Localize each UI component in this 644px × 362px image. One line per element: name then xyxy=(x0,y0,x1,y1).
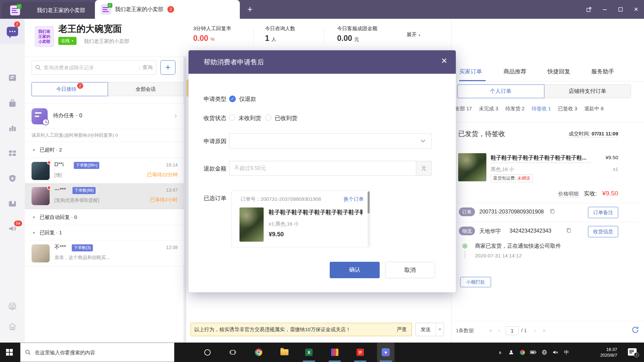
scrollbar-thumb[interactable] xyxy=(368,191,370,214)
sidebar-item-print[interactable] xyxy=(0,296,25,317)
chrome-icon[interactable] xyxy=(252,345,266,359)
windows-taskbar: X 拼 ♥ ∧ 中 16:37 xyxy=(0,343,644,362)
section-auto-replied[interactable]: ▼ 已被自动回复 · 0 xyxy=(25,209,184,225)
price-detail-link[interactable]: 价格明细 xyxy=(558,191,579,197)
start-button[interactable] xyxy=(6,349,13,356)
window-tab-2-active[interactable]: ✓ 我们老王家的小卖部 2 xyxy=(95,0,240,19)
notification-center-icon[interactable]: 2 xyxy=(628,348,637,356)
task-view-icon[interactable] xyxy=(226,345,240,359)
refresh-icon[interactable] xyxy=(631,325,640,334)
online-status-badge[interactable]: 在线▼ xyxy=(58,37,76,45)
merchant-app-icon[interactable]: ♥ xyxy=(379,345,393,359)
deal-time[interactable]: 成交时间: 07/31 11:09 xyxy=(569,131,618,137)
sidebar-item-security[interactable] xyxy=(0,168,25,189)
popout-icon[interactable] xyxy=(581,0,597,19)
tab-quick-reply[interactable]: 快捷回复 xyxy=(547,68,570,75)
file-explorer-icon[interactable] xyxy=(277,345,291,359)
maximize-button[interactable] xyxy=(612,0,628,19)
option-not-received[interactable]: 未收到货 xyxy=(238,114,261,122)
section-replied[interactable]: ▼ 已回复 · 1 xyxy=(25,225,184,241)
filter-incomplete[interactable]: 未完成 3 xyxy=(479,106,498,112)
prev-page-icon[interactable]: ‹ xyxy=(498,327,500,334)
sidebar-item-products[interactable] xyxy=(0,92,25,114)
filter-received[interactable]: 已签收 3 xyxy=(558,106,577,112)
sidebar-item-analytics[interactable] xyxy=(0,117,25,139)
option-refund-only[interactable]: 仅退款 xyxy=(239,95,256,103)
next-page-icon[interactable]: › xyxy=(534,327,536,334)
filter-to-receive-active[interactable]: 待签收 1 xyxy=(532,106,551,112)
close-icon[interactable]: × xyxy=(441,55,447,66)
search-input[interactable] xyxy=(44,65,136,70)
taskbar-search-input[interactable] xyxy=(35,350,169,355)
taskbar-search[interactable] xyxy=(20,343,174,362)
conversation-item[interactable]: D**i 下单数(99+) 16:14 [馋] 已等待22分钟 xyxy=(25,158,184,183)
copy-icon[interactable] xyxy=(566,228,572,233)
sidebar-item-bookmark[interactable] xyxy=(0,193,25,215)
send-button[interactable]: 发送 xyxy=(416,323,436,336)
order-count-badge: 下单数(66) xyxy=(72,187,96,194)
page-input[interactable]: 1 xyxy=(506,326,519,335)
reason-select[interactable] xyxy=(229,133,432,148)
sidebar-item-apps[interactable] xyxy=(0,142,25,164)
product-name[interactable]: 鞋子鞋子鞋子鞋子鞋子鞋子鞋子鞋子鞋... xyxy=(491,155,591,163)
tab-service-assistant[interactable]: 服务助手 xyxy=(591,68,614,75)
product-image[interactable] xyxy=(458,153,486,181)
selected-order-label: 已选订单 xyxy=(204,194,226,202)
stat-group-amount: 今日客服成团金额 0.00 元 xyxy=(337,25,377,43)
archive-app-icon[interactable] xyxy=(328,345,342,359)
pinduoduo-icon[interactable]: 拼 xyxy=(353,345,367,359)
search-action[interactable]: 查询 xyxy=(143,64,153,71)
filter-refunding[interactable]: 退款中 8 xyxy=(584,106,604,112)
cancel-button[interactable]: 取消 xyxy=(385,262,435,278)
close-button[interactable]: × xyxy=(628,0,644,19)
small-payout-button[interactable]: 小额打款 xyxy=(460,277,491,287)
expand-stats-button[interactable]: 展开 ▼ xyxy=(407,32,421,38)
add-conversation-button[interactable]: + xyxy=(160,60,175,75)
divider xyxy=(456,222,640,222)
minimize-button[interactable] xyxy=(597,0,612,19)
filter-to-ship[interactable]: 待发货 2 xyxy=(505,106,525,112)
filter-all[interactable]: 全部 17 xyxy=(455,106,472,112)
confirm-button[interactable]: 确认 xyxy=(330,262,380,278)
refund-amount-input[interactable] xyxy=(229,161,416,176)
subtab-personal-orders[interactable]: 个人订单 xyxy=(457,84,544,98)
window-controls: × xyxy=(581,0,644,19)
tab-unread-badge: 2 xyxy=(167,6,174,13)
radio-unchecked-icon[interactable] xyxy=(229,115,235,121)
window-tab-1[interactable]: ✓ 我们老王家的小卖部 xyxy=(2,2,98,19)
sidebar-item-orders[interactable] xyxy=(0,67,25,88)
radio-unchecked-icon[interactable] xyxy=(265,115,271,121)
change-order-link[interactable]: 换个订单 xyxy=(343,196,364,202)
conversation-search[interactable]: | 查询 xyxy=(32,60,156,75)
receiver-info-button[interactable]: 收货信息 xyxy=(588,226,618,237)
taskbar-clock[interactable]: 16:37 2020/8/7 xyxy=(584,347,617,358)
order-remark-button[interactable]: 订单备注 xyxy=(588,207,618,218)
tab-product-recommend[interactable]: 商品推荐 xyxy=(503,68,526,75)
tracking-number[interactable]: 34242342342343 xyxy=(509,228,551,234)
tracking-status: 商家已发货，正在通知快递公司取件 xyxy=(475,243,561,250)
send-options-caret[interactable]: ▼ xyxy=(436,323,444,336)
first-page-icon[interactable]: « xyxy=(489,327,492,334)
tab-buyer-orders[interactable]: 买家订单 xyxy=(459,68,482,75)
copy-icon[interactable] xyxy=(550,208,555,214)
sidebar-item-home[interactable] xyxy=(0,316,25,337)
tab-today-reception[interactable]: 今日接待 2 xyxy=(32,82,108,96)
sidebar-item-announcements[interactable]: 54 xyxy=(0,218,25,239)
apply-type-label: 申请类型 xyxy=(204,95,226,103)
radio-checked-icon[interactable]: ✓ xyxy=(229,96,236,102)
conversation-item[interactable]: 不*** 下单数(3) 12:08 亲亲，这个商品和你刚买... xyxy=(25,241,184,266)
sidebar-item-chat[interactable]: 2 xyxy=(0,19,25,44)
conversation-item-selected[interactable]: 一*** 下单数(66) 13:47 [复购优惠券领取提醒] 已等待2小时 xyxy=(25,183,184,209)
option-received[interactable]: 已收到货 xyxy=(275,114,298,122)
last-page-icon[interactable]: » xyxy=(543,327,546,334)
section-overtime[interactable]: ▼ 已超时 · 2 xyxy=(25,142,184,158)
subtab-shop-pending-orders[interactable]: 店铺待支付订单 xyxy=(544,84,631,98)
order-number[interactable]: 200731-203709809301908 xyxy=(479,209,544,215)
tab-all-sessions[interactable]: 全部会话 xyxy=(108,82,184,96)
ime-indicator[interactable]: 中 xyxy=(559,345,574,359)
todo-tasks-row[interactable]: 待办任务 · 0 › xyxy=(25,103,184,129)
excel-icon[interactable]: X xyxy=(302,345,316,359)
new-tab-button[interactable]: + xyxy=(245,5,255,14)
cortana-icon[interactable] xyxy=(200,345,214,359)
conversation-scrollbar[interactable] xyxy=(183,57,186,343)
